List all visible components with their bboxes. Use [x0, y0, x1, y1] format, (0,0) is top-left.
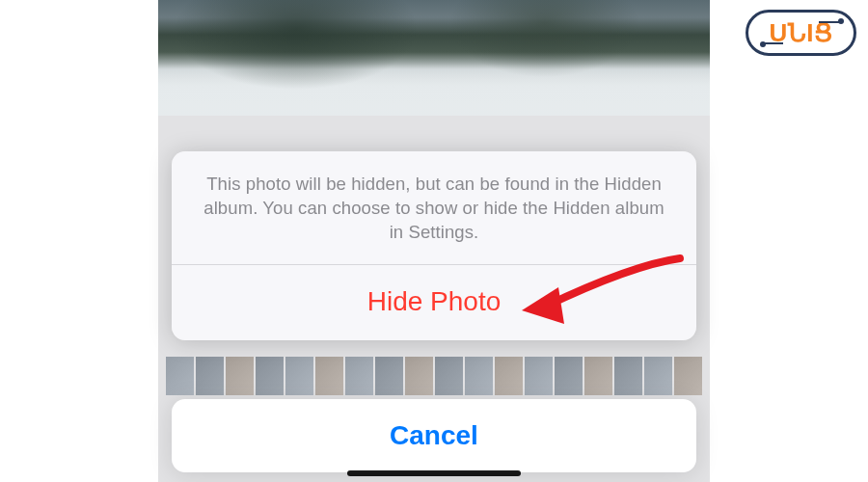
thumb — [614, 357, 642, 395]
thumb — [375, 357, 403, 395]
thumb — [525, 357, 553, 395]
logo-circuit-icon — [819, 21, 840, 23]
thumb — [674, 357, 702, 395]
thumb — [555, 357, 583, 395]
thumb — [405, 357, 433, 395]
logo-circuit-icon — [764, 42, 783, 44]
cancel-sheet: Cancel — [172, 399, 696, 472]
thumb — [196, 357, 224, 395]
thumb — [584, 357, 612, 395]
hide-photo-button[interactable]: Hide Photo — [172, 265, 696, 340]
thumb — [256, 357, 284, 395]
thumb — [166, 357, 194, 395]
thumb — [435, 357, 463, 395]
thumb — [495, 357, 523, 395]
thumb — [345, 357, 373, 395]
action-sheet: This photo will be hidden, but can be fo… — [172, 151, 696, 340]
cancel-button[interactable]: Cancel — [172, 399, 696, 472]
thumb — [285, 357, 313, 395]
home-indicator — [347, 470, 521, 476]
thumb — [315, 357, 343, 395]
thumbnail-strip — [158, 357, 710, 395]
thumb — [465, 357, 493, 395]
sheet-message: This photo will be hidden, but can be fo… — [172, 151, 696, 264]
thumb — [226, 357, 254, 395]
photo-preview — [158, 0, 710, 116]
thumb — [644, 357, 672, 395]
watermark-logo: UՆIՑ — [746, 10, 856, 56]
